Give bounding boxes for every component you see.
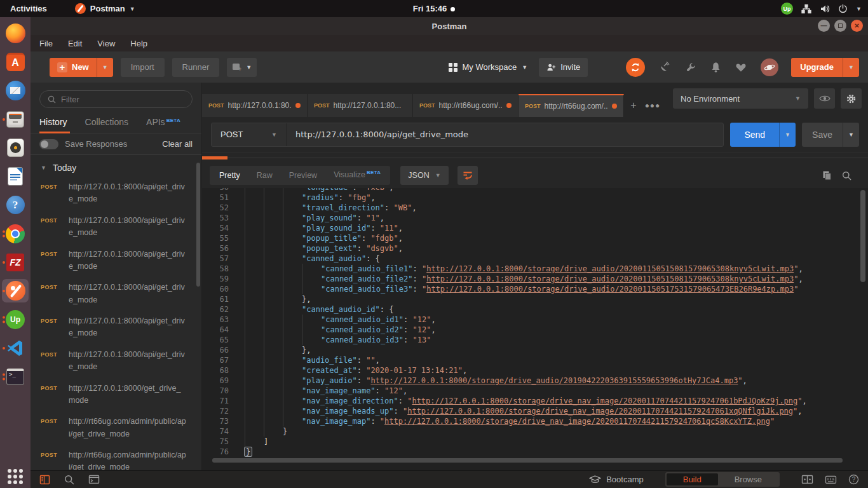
- build-tab[interactable]: Build: [667, 473, 718, 485]
- wrench-icon[interactable]: [685, 62, 696, 73]
- request-tab[interactable]: POSThttp://127.0.0.1:80...: [202, 94, 308, 117]
- bell-icon[interactable]: [710, 62, 721, 73]
- menu-edit[interactable]: Edit: [60, 39, 90, 48]
- power-icon[interactable]: [838, 4, 848, 13]
- satellite-icon[interactable]: [659, 61, 671, 73]
- history-item[interactable]: POSThttp://127.0.0.1:8000/api/get_drive_…: [31, 244, 201, 278]
- history-item[interactable]: POSThttp://rt66ug.com/admin/public/api/g…: [31, 411, 201, 445]
- horizontal-scrollbar[interactable]: [212, 458, 843, 463]
- network-icon[interactable]: [801, 4, 811, 14]
- dock-item-file-manager[interactable]: [2, 107, 29, 131]
- beautify-button[interactable]: [458, 166, 478, 185]
- open-new-tab-button[interactable]: +: [624, 94, 643, 117]
- close-button[interactable]: ✕: [851, 20, 863, 32]
- toggle-sidebar-button[interactable]: [39, 475, 50, 485]
- dock-item-chrome[interactable]: [2, 222, 29, 245]
- pane-divider[interactable]: [202, 152, 868, 163]
- menu-help[interactable]: Help: [123, 39, 155, 48]
- volume-icon[interactable]: [820, 4, 830, 14]
- history-item[interactable]: POSThttp://127.0.0.1:8000/api/get_drive_…: [31, 210, 201, 244]
- request-tab[interactable]: POSThttp://127.0.0.1:80...: [308, 94, 413, 117]
- tab-apis[interactable]: APIsBETA: [146, 117, 187, 133]
- history-item[interactable]: POSThttp://rt66ug.com/admin/public/api/g…: [31, 445, 201, 470]
- bootcamp-button[interactable]: Bootcamp: [589, 475, 644, 484]
- history-group-today[interactable]: ▼ Today: [31, 155, 201, 177]
- sidebar-scrollbar[interactable]: [196, 163, 200, 287]
- window-title-bar[interactable]: Postman — ✕: [31, 17, 868, 35]
- view-preview[interactable]: Preview: [281, 166, 325, 185]
- filter-input[interactable]: Filter: [39, 90, 193, 108]
- heart-icon[interactable]: [735, 62, 747, 72]
- dock-item-libreoffice-writer[interactable]: [2, 165, 29, 188]
- environment-selector[interactable]: No Environment ▼: [673, 88, 808, 109]
- new-dropdown-arrow[interactable]: ▼: [97, 58, 113, 77]
- two-pane-view-button[interactable]: [801, 475, 813, 484]
- json-link[interactable]: http://127.0.0.1:8000/storage/drive_nav_…: [384, 417, 770, 426]
- json-link[interactable]: http://127.0.0.1:8000/storage/drive_audi…: [426, 264, 794, 273]
- tab-collections[interactable]: Collections: [85, 117, 135, 133]
- format-selector[interactable]: JSON ▼: [400, 166, 448, 185]
- environment-settings-button[interactable]: [841, 88, 862, 109]
- view-raw[interactable]: Raw: [248, 166, 281, 185]
- save-dropdown-arrow[interactable]: ▼: [843, 123, 859, 147]
- history-item[interactable]: POSThttp://127.0.0.1:8000/api/get_drive_…: [31, 177, 201, 210]
- history-item[interactable]: POSThttp://127.0.0.1:8000/api/get_drive_…: [31, 277, 201, 311]
- find-button[interactable]: [64, 475, 74, 485]
- history-item[interactable]: POSThttp://127.0.0.1:8000/get_drive_mode: [31, 378, 201, 412]
- request-tab[interactable]: POSThttp://rt66ug.com/...: [413, 94, 519, 117]
- environment-quick-look-button[interactable]: [814, 88, 835, 109]
- menu-file[interactable]: File: [31, 39, 60, 48]
- view-visualize[interactable]: VisualizeBETA: [325, 165, 389, 186]
- tab-history[interactable]: History: [39, 117, 74, 133]
- search-response-button[interactable]: [842, 171, 851, 180]
- clear-all-link[interactable]: Clear all: [162, 139, 193, 149]
- save-responses-toggle[interactable]: [39, 139, 58, 149]
- history-item[interactable]: POSThttp://127.0.0.1:8000/api/get_drive_…: [31, 344, 201, 378]
- avatar[interactable]: [761, 58, 778, 76]
- dock-item-rhythmbox[interactable]: [2, 136, 29, 159]
- dock-item-app-grid[interactable]: [2, 464, 29, 488]
- save-button[interactable]: Save ▼: [802, 123, 859, 147]
- json-link[interactable]: http://127.0.0.1:8000/storage/drive_audi…: [370, 376, 738, 385]
- console-button[interactable]: [88, 475, 100, 484]
- tab-options-button[interactable]: ●●●: [643, 94, 662, 117]
- json-link[interactable]: http://127.0.0.1:8000/storage/drive_audi…: [426, 274, 794, 283]
- json-link[interactable]: http://127.0.0.1:8000/storage/drive_nav_…: [412, 396, 797, 405]
- response-body[interactable]: 50"longitude": "fxcb",51"radius": "fbg",…: [202, 188, 868, 470]
- maximize-button[interactable]: [834, 20, 846, 32]
- dock-item-firefox[interactable]: [2, 22, 29, 45]
- invite-button[interactable]: Invite: [539, 58, 588, 77]
- clock[interactable]: Fri 15:46: [0, 4, 868, 13]
- view-pretty[interactable]: Pretty: [211, 166, 248, 185]
- import-button[interactable]: Import: [121, 58, 165, 77]
- json-link[interactable]: http://127.0.0.1:8000/storage/drive_nav_…: [407, 407, 793, 416]
- dock-item-upwork[interactable]: Up: [2, 308, 29, 331]
- chevron-down-icon[interactable]: ▼: [856, 6, 862, 12]
- method-selector[interactable]: POST ▼: [212, 123, 287, 146]
- minimize-button[interactable]: —: [818, 20, 830, 32]
- new-window-button[interactable]: + ▼: [227, 58, 257, 77]
- shortcuts-button[interactable]: [825, 475, 837, 484]
- dock-item-vscode[interactable]: [2, 336, 29, 360]
- workspace-switcher[interactable]: My Workspace ▼: [449, 62, 528, 72]
- upgrade-dropdown-arrow[interactable]: ▼: [843, 58, 859, 77]
- help-button[interactable]: ?: [848, 474, 859, 485]
- dock-item-filezilla[interactable]: FZ: [2, 250, 29, 274]
- browse-tab[interactable]: Browse: [718, 473, 778, 485]
- dock-item-terminal[interactable]: >_: [2, 365, 29, 388]
- dock-item-postman[interactable]: [2, 279, 29, 302]
- vertical-scrollbar[interactable]: [860, 190, 865, 282]
- copy-button[interactable]: [822, 170, 832, 180]
- sync-icon[interactable]: [626, 58, 645, 77]
- send-dropdown-arrow[interactable]: ▼: [779, 123, 796, 147]
- menu-view[interactable]: View: [90, 39, 123, 48]
- dock-item-ubuntu-software[interactable]: A: [2, 50, 29, 74]
- runner-button[interactable]: Runner: [172, 58, 220, 77]
- send-button[interactable]: Send ▼: [730, 123, 796, 147]
- history-item[interactable]: POSThttp://127.0.0.1:8000/api/get_drive_…: [31, 311, 201, 344]
- request-tab[interactable]: POSThttp://rt66ug.com/...: [519, 94, 624, 117]
- json-link[interactable]: http://127.0.0.1:8000/storage/drive_audi…: [426, 285, 794, 294]
- dock-item-thunderbird[interactable]: [2, 79, 29, 102]
- new-button[interactable]: +New ▼: [50, 58, 113, 77]
- dock-item-help[interactable]: ?: [2, 193, 29, 217]
